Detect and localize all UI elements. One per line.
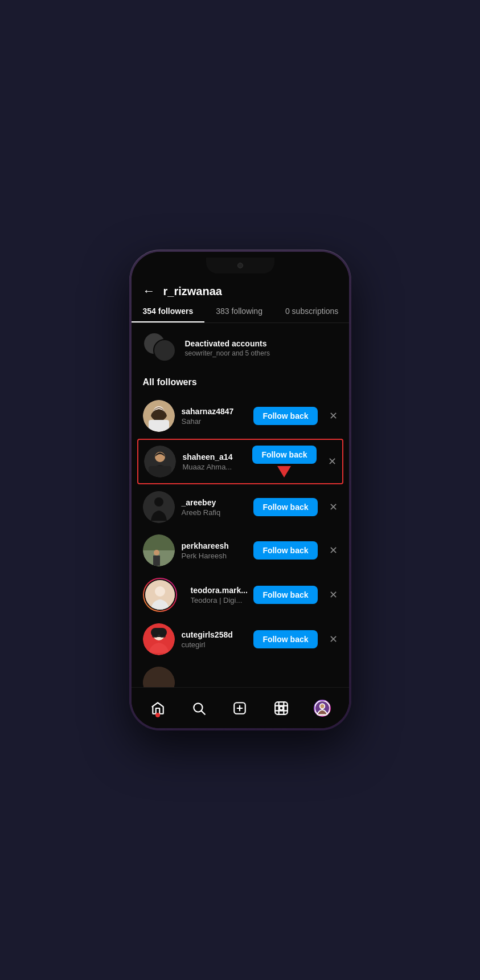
tabs-row: 354 followers 383 following 0 subscripti…: [132, 299, 349, 322]
svg-rect-18: [160, 634, 166, 638]
follower-username: _areebey: [182, 498, 247, 507]
camera: [237, 263, 243, 268]
follower-username: saharnaz4847: [182, 407, 247, 416]
remove-button-shaheen[interactable]: ✕: [328, 455, 337, 468]
screen-content: ← r_rizwanaa 354 followers 383 following…: [132, 277, 349, 728]
follower-info-cutegirls: cutegirls258d cutegirl: [182, 630, 247, 649]
follower-avatar-saharnaz[interactable]: [143, 400, 175, 432]
follower-item-partial: [132, 661, 349, 687]
tab-followers[interactable]: 354 followers: [132, 307, 205, 322]
follow-back-button-areebey[interactable]: Follow back: [253, 498, 317, 516]
deactivated-section[interactable]: Deactivated accounts seowriter_noor and …: [132, 323, 349, 373]
svg-point-7: [154, 497, 163, 507]
follower-avatar-teodora[interactable]: [143, 578, 177, 612]
remove-button-cutegirls[interactable]: ✕: [329, 633, 338, 646]
nav-home[interactable]: [145, 696, 170, 721]
profile-avatar: [314, 700, 331, 717]
back-button[interactable]: ←: [143, 284, 155, 299]
svg-point-20: [143, 667, 175, 687]
deactivated-text: Deactivated accounts seowriter_noor and …: [185, 339, 270, 357]
follow-back-button-cutegirls[interactable]: Follow back: [253, 630, 317, 648]
bottom-nav: [132, 687, 349, 728]
follower-item-areebey: _areebey Areeb Rafiq Follow back ✕: [132, 485, 349, 529]
nav-reels[interactable]: [269, 696, 294, 721]
remove-button-saharnaz[interactable]: ✕: [329, 410, 338, 422]
svg-line-22: [202, 710, 205, 714]
tab-following[interactable]: 383 following: [204, 307, 274, 322]
remove-button-teodora[interactable]: ✕: [329, 589, 338, 601]
all-followers-heading: All followers: [132, 373, 349, 394]
follower-username: teodora.mark...: [191, 586, 247, 595]
cursor-arrow: [277, 466, 291, 477]
deact-subtitle: seowriter_noor and 5 others: [185, 349, 270, 357]
svg-point-13: [155, 586, 165, 597]
follower-username: cutegirls258d: [182, 630, 247, 639]
follower-display-name: Muaaz Ahma...: [183, 463, 246, 471]
svg-rect-11: [153, 556, 160, 566]
svg-rect-5: [149, 466, 171, 477]
follower-info-teodora: teodora.mark... Teodora | Digi...: [191, 586, 247, 605]
notch-bar: [132, 252, 349, 277]
follower-display-name: cutegirl: [182, 640, 247, 649]
follower-avatar-shaheen[interactable]: [144, 446, 176, 477]
header: ← r_rizwanaa: [132, 277, 349, 299]
svg-rect-26: [275, 702, 288, 714]
nav-search[interactable]: [186, 696, 211, 721]
follow-back-button-perk[interactable]: Follow back: [253, 541, 317, 560]
follower-item-highlighted: shaheen_a14 Muaaz Ahma... Follow back ✕: [137, 439, 343, 484]
follower-info-saharnaz: saharnaz4847 Sahar: [182, 407, 247, 426]
notch: [206, 258, 274, 273]
remove-button-perk[interactable]: ✕: [329, 544, 338, 557]
follower-avatar-areebey[interactable]: [143, 491, 175, 523]
svg-point-27: [280, 706, 284, 710]
follower-avatar-perk[interactable]: [143, 534, 175, 566]
deact-avatar-2: [153, 339, 176, 362]
deact-title: Deactivated accounts: [185, 339, 270, 348]
svg-point-10: [154, 550, 159, 556]
svg-point-34: [320, 704, 325, 709]
svg-rect-17: [152, 634, 158, 638]
follower-info-perk: perkhareesh Perk Hareesh: [182, 541, 247, 560]
phone-frame: ← r_rizwanaa 354 followers 383 following…: [129, 250, 351, 730]
nav-profile[interactable]: [310, 696, 335, 721]
follower-item-perkhareesh: perkhareesh Perk Hareesh Follow back ✕: [132, 529, 349, 572]
home-notification-dot: [155, 713, 160, 717]
remove-button-areebey[interactable]: ✕: [329, 501, 338, 513]
follow-back-button-teodora[interactable]: Follow back: [253, 586, 317, 604]
nav-create[interactable]: [227, 696, 252, 721]
follower-display-name: Teodora | Digi...: [191, 596, 247, 605]
follower-item-cutegirls: cutegirls258d cutegirl Follow back ✕: [132, 618, 349, 661]
follower-avatar-partial: [143, 667, 175, 687]
follower-item: saharnaz4847 Sahar Follow back ✕: [132, 394, 349, 438]
follower-item-teodora: teodora.mark... Teodora | Digi... Follow…: [132, 572, 349, 618]
follower-display-name: Sahar: [182, 417, 247, 426]
follow-back-button-shaheen[interactable]: Follow back: [252, 446, 316, 464]
phone-screen: ← r_rizwanaa 354 followers 383 following…: [132, 252, 349, 728]
follower-info-shaheen: shaheen_a14 Muaaz Ahma...: [183, 452, 246, 471]
follower-username: shaheen_a14: [183, 452, 246, 462]
follower-username: perkhareesh: [182, 541, 247, 550]
follower-display-name: Perk Hareesh: [182, 552, 247, 560]
follower-display-name: Areeb Rafiq: [182, 508, 247, 517]
deactivated-avatars: [143, 332, 177, 364]
tab-subscriptions[interactable]: 0 subscriptions: [274, 307, 349, 322]
page-title: r_rizwanaa: [163, 285, 222, 298]
follower-info-areebey: _areebey Areeb Rafiq: [182, 498, 247, 517]
svg-rect-2: [149, 420, 169, 432]
followers-list: saharnaz4847 Sahar Follow back ✕: [132, 394, 349, 687]
follow-back-button-saharnaz[interactable]: Follow back: [253, 407, 317, 425]
follower-avatar-cutegirls[interactable]: [143, 623, 175, 655]
